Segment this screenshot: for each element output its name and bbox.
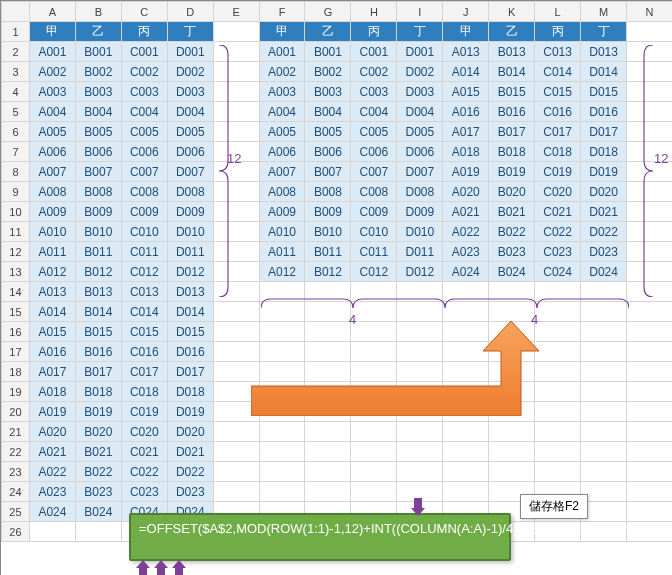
cell-E4[interactable] <box>213 82 259 102</box>
cell-L15[interactable] <box>535 302 581 322</box>
cell-N6[interactable] <box>627 122 672 142</box>
cell-E5[interactable] <box>213 102 259 122</box>
row-header-4[interactable]: 4 <box>2 82 30 102</box>
cell-H22[interactable] <box>351 442 397 462</box>
cell-N16[interactable] <box>627 322 672 342</box>
cell-A2[interactable]: A001 <box>29 42 75 62</box>
cell-A9[interactable]: A008 <box>29 182 75 202</box>
col-header-M[interactable]: M <box>581 2 627 22</box>
cell-L6[interactable]: C017 <box>535 122 581 142</box>
cell-F17[interactable] <box>259 342 305 362</box>
cell-H10[interactable]: C009 <box>351 202 397 222</box>
cell-J1[interactable]: 甲 <box>443 22 489 42</box>
cell-B9[interactable]: B008 <box>75 182 121 202</box>
cell-J17[interactable] <box>443 342 489 362</box>
cell-M14[interactable] <box>581 282 627 302</box>
cell-C13[interactable]: C012 <box>121 262 167 282</box>
cell-B11[interactable]: B010 <box>75 222 121 242</box>
cell-M22[interactable] <box>581 442 627 462</box>
cell-B21[interactable]: B020 <box>75 422 121 442</box>
cell-M16[interactable] <box>581 322 627 342</box>
cell-C2[interactable]: C001 <box>121 42 167 62</box>
row-header-3[interactable]: 3 <box>2 62 30 82</box>
cell-D11[interactable]: D010 <box>167 222 213 242</box>
cell-M1[interactable]: 丁 <box>581 22 627 42</box>
cell-L9[interactable]: C020 <box>535 182 581 202</box>
cell-C7[interactable]: C006 <box>121 142 167 162</box>
cell-D18[interactable]: D017 <box>167 362 213 382</box>
cell-A1[interactable]: 甲 <box>29 22 75 42</box>
cell-I14[interactable] <box>397 282 443 302</box>
cell-C14[interactable]: C013 <box>121 282 167 302</box>
cell-A8[interactable]: A007 <box>29 162 75 182</box>
col-header-A[interactable]: A <box>29 2 75 22</box>
cell-J13[interactable]: A024 <box>443 262 489 282</box>
cell-D3[interactable]: D002 <box>167 62 213 82</box>
cell-N2[interactable] <box>627 42 672 62</box>
cell-A3[interactable]: A002 <box>29 62 75 82</box>
row-header-22[interactable]: 22 <box>2 442 30 462</box>
cell-A15[interactable]: A014 <box>29 302 75 322</box>
cell-K12[interactable]: B023 <box>489 242 535 262</box>
cell-K7[interactable]: B018 <box>489 142 535 162</box>
row-header-2[interactable]: 2 <box>2 42 30 62</box>
cell-E12[interactable] <box>213 242 259 262</box>
cell-N13[interactable] <box>627 262 672 282</box>
cell-H3[interactable]: C002 <box>351 62 397 82</box>
cell-B17[interactable]: B016 <box>75 342 121 362</box>
cell-K8[interactable]: B019 <box>489 162 535 182</box>
cell-L11[interactable]: C022 <box>535 222 581 242</box>
cell-M3[interactable]: D014 <box>581 62 627 82</box>
cell-D22[interactable]: D021 <box>167 442 213 462</box>
col-header-G[interactable]: G <box>305 2 351 22</box>
cell-D5[interactable]: D004 <box>167 102 213 122</box>
cell-K2[interactable]: B013 <box>489 42 535 62</box>
cell-N12[interactable] <box>627 242 672 262</box>
cell-B24[interactable]: B023 <box>75 482 121 502</box>
cell-C11[interactable]: C010 <box>121 222 167 242</box>
cell-M15[interactable] <box>581 302 627 322</box>
cell-F19[interactable] <box>259 382 305 402</box>
cell-B4[interactable]: B003 <box>75 82 121 102</box>
cell-N15[interactable] <box>627 302 672 322</box>
cell-E11[interactable] <box>213 222 259 242</box>
col-header-B[interactable]: B <box>75 2 121 22</box>
cell-H14[interactable] <box>351 282 397 302</box>
cell-C20[interactable]: C019 <box>121 402 167 422</box>
row-header-7[interactable]: 7 <box>2 142 30 162</box>
cell-C6[interactable]: C005 <box>121 122 167 142</box>
cell-G10[interactable]: B009 <box>305 202 351 222</box>
cell-G11[interactable]: B010 <box>305 222 351 242</box>
cell-I21[interactable] <box>397 422 443 442</box>
row-header-10[interactable]: 10 <box>2 202 30 222</box>
cell-L2[interactable]: C013 <box>535 42 581 62</box>
cell-A24[interactable]: A023 <box>29 482 75 502</box>
cell-J12[interactable]: A023 <box>443 242 489 262</box>
cell-L10[interactable]: C021 <box>535 202 581 222</box>
row-header-20[interactable]: 20 <box>2 402 30 422</box>
cell-G15[interactable] <box>305 302 351 322</box>
cell-E16[interactable] <box>213 322 259 342</box>
cell-E17[interactable] <box>213 342 259 362</box>
cell-D16[interactable]: D015 <box>167 322 213 342</box>
row-header-16[interactable]: 16 <box>2 322 30 342</box>
cell-G2[interactable]: B001 <box>305 42 351 62</box>
cell-D19[interactable]: D018 <box>167 382 213 402</box>
cell-L12[interactable]: C023 <box>535 242 581 262</box>
cell-L7[interactable]: C018 <box>535 142 581 162</box>
cell-F7[interactable]: A006 <box>259 142 305 162</box>
cell-J19[interactable] <box>443 382 489 402</box>
cell-D20[interactable]: D019 <box>167 402 213 422</box>
cell-F2[interactable]: A001 <box>259 42 305 62</box>
cell-L8[interactable]: C019 <box>535 162 581 182</box>
cell-I5[interactable]: D004 <box>397 102 443 122</box>
row-header-8[interactable]: 8 <box>2 162 30 182</box>
cell-M10[interactable]: D021 <box>581 202 627 222</box>
cell-K14[interactable] <box>489 282 535 302</box>
cell-G7[interactable]: B006 <box>305 142 351 162</box>
cell-E22[interactable] <box>213 442 259 462</box>
cell-K10[interactable]: B021 <box>489 202 535 222</box>
cell-N18[interactable] <box>627 362 672 382</box>
cell-C5[interactable]: C004 <box>121 102 167 122</box>
cell-B7[interactable]: B006 <box>75 142 121 162</box>
